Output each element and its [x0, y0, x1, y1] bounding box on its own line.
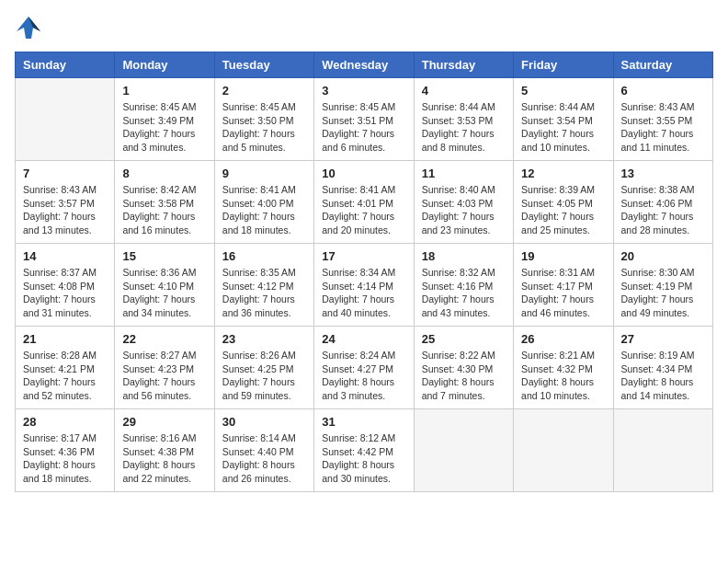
day-info: Sunrise: 8:45 AM Sunset: 3:50 PM Dayligh… [222, 100, 306, 155]
calendar-table: SundayMondayTuesdayWednesdayThursdayFrid… [15, 52, 713, 492]
week-row-2: 7Sunrise: 8:43 AM Sunset: 3:57 PM Daylig… [16, 161, 713, 244]
day-info: Sunrise: 8:35 AM Sunset: 4:12 PM Dayligh… [222, 266, 306, 320]
day-info: Sunrise: 8:42 AM Sunset: 3:58 PM Dayligh… [122, 183, 206, 237]
day-info: Sunrise: 8:43 AM Sunset: 3:55 PM Dayligh… [621, 100, 705, 155]
weekday-header-tuesday: Tuesday [214, 52, 313, 78]
weekday-header-saturday: Saturday [613, 52, 712, 78]
calendar-cell [613, 409, 712, 492]
calendar-cell [414, 409, 513, 492]
calendar-cell: 6Sunrise: 8:43 AM Sunset: 3:55 PM Daylig… [613, 78, 712, 161]
calendar-cell: 5Sunrise: 8:44 AM Sunset: 3:54 PM Daylig… [514, 78, 613, 161]
calendar-cell: 14Sunrise: 8:37 AM Sunset: 4:08 PM Dayli… [16, 244, 115, 327]
day-info: Sunrise: 8:37 AM Sunset: 4:08 PM Dayligh… [23, 266, 107, 320]
day-number: 1 [122, 84, 206, 98]
day-number: 13 [621, 167, 705, 180]
day-number: 15 [122, 249, 206, 263]
day-info: Sunrise: 8:40 AM Sunset: 4:03 PM Dayligh… [422, 183, 506, 237]
calendar-cell: 31Sunrise: 8:12 AM Sunset: 4:42 PM Dayli… [314, 409, 414, 492]
day-number: 31 [322, 415, 405, 429]
day-info: Sunrise: 8:34 AM Sunset: 4:14 PM Dayligh… [322, 266, 405, 320]
day-number: 3 [322, 84, 405, 98]
weekday-header-sunday: Sunday [16, 52, 115, 78]
day-info: Sunrise: 8:44 AM Sunset: 3:54 PM Dayligh… [521, 100, 605, 155]
calendar-cell [514, 409, 613, 492]
day-info: Sunrise: 8:22 AM Sunset: 4:30 PM Dayligh… [422, 349, 506, 403]
day-number: 17 [322, 249, 405, 263]
day-info: Sunrise: 8:41 AM Sunset: 4:00 PM Dayligh… [222, 183, 306, 237]
weekday-header-monday: Monday [115, 52, 214, 78]
calendar-cell: 8Sunrise: 8:42 AM Sunset: 3:58 PM Daylig… [115, 161, 214, 244]
calendar-cell: 10Sunrise: 8:41 AM Sunset: 4:01 PM Dayli… [314, 161, 414, 244]
calendar-cell: 19Sunrise: 8:31 AM Sunset: 4:17 PM Dayli… [514, 244, 613, 327]
weekday-header-friday: Friday [514, 52, 613, 78]
logo-icon [15, 15, 42, 40]
calendar-cell: 11Sunrise: 8:40 AM Sunset: 4:03 PM Dayli… [414, 161, 513, 244]
week-row-4: 21Sunrise: 8:28 AM Sunset: 4:21 PM Dayli… [16, 327, 713, 409]
calendar-cell: 30Sunrise: 8:14 AM Sunset: 4:40 PM Dayli… [214, 409, 313, 492]
day-number: 9 [222, 167, 306, 180]
weekday-header-wednesday: Wednesday [314, 52, 414, 78]
calendar-cell: 2Sunrise: 8:45 AM Sunset: 3:50 PM Daylig… [214, 78, 313, 161]
day-number: 10 [322, 167, 405, 180]
day-number: 28 [23, 415, 107, 429]
calendar-cell: 17Sunrise: 8:34 AM Sunset: 4:14 PM Dayli… [314, 244, 414, 327]
day-info: Sunrise: 8:17 AM Sunset: 4:36 PM Dayligh… [23, 431, 107, 486]
day-number: 18 [422, 249, 506, 263]
calendar-cell [16, 78, 115, 161]
day-info: Sunrise: 8:14 AM Sunset: 4:40 PM Dayligh… [222, 431, 306, 486]
day-number: 7 [23, 167, 107, 180]
day-info: Sunrise: 8:38 AM Sunset: 4:06 PM Dayligh… [621, 183, 705, 237]
day-info: Sunrise: 8:31 AM Sunset: 4:17 PM Dayligh… [521, 266, 605, 320]
weekday-header-thursday: Thursday [414, 52, 513, 78]
calendar-cell: 23Sunrise: 8:26 AM Sunset: 4:25 PM Dayli… [214, 327, 313, 409]
day-number: 16 [222, 249, 306, 263]
calendar-cell: 7Sunrise: 8:43 AM Sunset: 3:57 PM Daylig… [16, 161, 115, 244]
day-info: Sunrise: 8:44 AM Sunset: 3:53 PM Dayligh… [422, 100, 506, 155]
day-info: Sunrise: 8:24 AM Sunset: 4:27 PM Dayligh… [322, 349, 405, 403]
day-number: 25 [422, 332, 506, 346]
day-info: Sunrise: 8:43 AM Sunset: 3:57 PM Dayligh… [23, 183, 107, 237]
day-info: Sunrise: 8:36 AM Sunset: 4:10 PM Dayligh… [122, 266, 206, 320]
day-info: Sunrise: 8:39 AM Sunset: 4:05 PM Dayligh… [521, 183, 605, 237]
calendar-cell: 28Sunrise: 8:17 AM Sunset: 4:36 PM Dayli… [16, 409, 115, 492]
day-number: 30 [222, 415, 306, 429]
day-number: 14 [23, 249, 107, 263]
day-number: 2 [222, 84, 306, 98]
day-number: 26 [521, 332, 605, 346]
day-number: 22 [122, 332, 206, 346]
calendar-cell: 20Sunrise: 8:30 AM Sunset: 4:19 PM Dayli… [613, 244, 712, 327]
day-number: 21 [23, 332, 107, 346]
day-number: 29 [122, 415, 206, 429]
calendar-cell: 15Sunrise: 8:36 AM Sunset: 4:10 PM Dayli… [115, 244, 214, 327]
logo [15, 15, 46, 40]
calendar-cell: 21Sunrise: 8:28 AM Sunset: 4:21 PM Dayli… [16, 327, 115, 409]
day-info: Sunrise: 8:27 AM Sunset: 4:23 PM Dayligh… [122, 349, 206, 403]
calendar-cell: 3Sunrise: 8:45 AM Sunset: 3:51 PM Daylig… [314, 78, 414, 161]
week-row-5: 28Sunrise: 8:17 AM Sunset: 4:36 PM Dayli… [16, 409, 713, 492]
day-info: Sunrise: 8:32 AM Sunset: 4:16 PM Dayligh… [422, 266, 506, 320]
calendar-cell: 9Sunrise: 8:41 AM Sunset: 4:00 PM Daylig… [214, 161, 313, 244]
calendar-cell: 25Sunrise: 8:22 AM Sunset: 4:30 PM Dayli… [414, 327, 513, 409]
calendar-cell: 12Sunrise: 8:39 AM Sunset: 4:05 PM Dayli… [514, 161, 613, 244]
week-row-1: 1Sunrise: 8:45 AM Sunset: 3:49 PM Daylig… [16, 78, 713, 161]
day-info: Sunrise: 8:41 AM Sunset: 4:01 PM Dayligh… [322, 183, 405, 237]
day-number: 12 [521, 167, 605, 180]
calendar-cell: 22Sunrise: 8:27 AM Sunset: 4:23 PM Dayli… [115, 327, 214, 409]
calendar-cell: 29Sunrise: 8:16 AM Sunset: 4:38 PM Dayli… [115, 409, 214, 492]
week-row-3: 14Sunrise: 8:37 AM Sunset: 4:08 PM Dayli… [16, 244, 713, 327]
day-number: 23 [222, 332, 306, 346]
calendar-cell: 24Sunrise: 8:24 AM Sunset: 4:27 PM Dayli… [314, 327, 414, 409]
day-number: 19 [521, 249, 605, 263]
day-info: Sunrise: 8:45 AM Sunset: 3:51 PM Dayligh… [322, 100, 405, 155]
day-number: 24 [322, 332, 405, 346]
day-number: 11 [422, 167, 506, 180]
day-number: 4 [422, 84, 506, 98]
calendar-cell: 27Sunrise: 8:19 AM Sunset: 4:34 PM Dayli… [613, 327, 712, 409]
day-info: Sunrise: 8:12 AM Sunset: 4:42 PM Dayligh… [322, 431, 405, 486]
day-number: 27 [621, 332, 705, 346]
day-number: 20 [621, 249, 705, 263]
day-info: Sunrise: 8:28 AM Sunset: 4:21 PM Dayligh… [23, 349, 107, 403]
day-number: 8 [122, 167, 206, 180]
day-info: Sunrise: 8:45 AM Sunset: 3:49 PM Dayligh… [122, 100, 206, 155]
day-number: 6 [621, 84, 705, 98]
